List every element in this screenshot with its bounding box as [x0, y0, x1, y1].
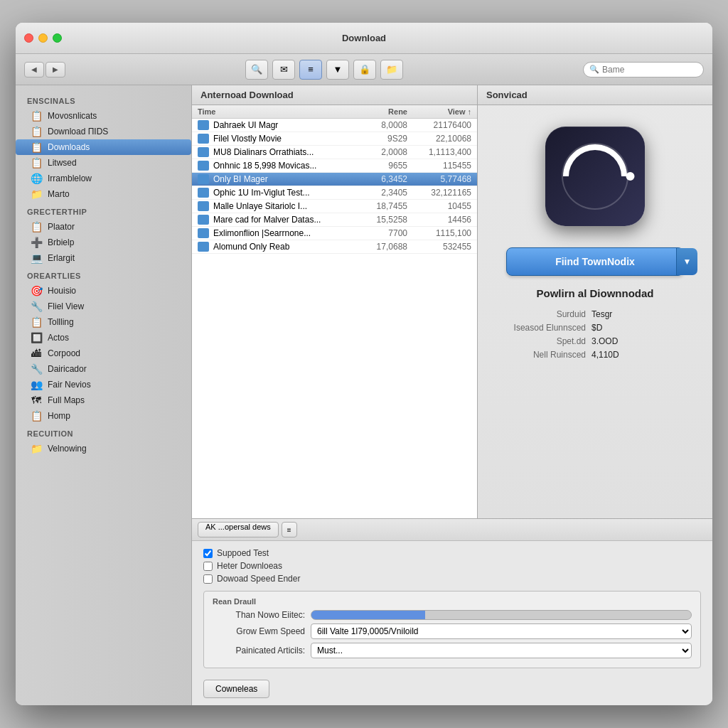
- sidebar-section-2: Grecterthip: [16, 202, 191, 219]
- action-button-label: Fiind TownNodix: [555, 256, 635, 267]
- toolbar: ◀ ▶ 🔍 ✉ ≡ ▼ 🔒 📁 🔍: [16, 54, 712, 85]
- sidebar-item-litwsed[interactable]: 📋 Litwsed: [16, 155, 191, 171]
- back-button[interactable]: ◀: [24, 62, 44, 77]
- sidebar-item-downloads[interactable]: 📋 Downloads: [16, 139, 191, 155]
- sidebar-icon-movosnlicats: 📋: [30, 110, 43, 122]
- checkbox-row: Heter Downloeas: [203, 560, 701, 572]
- file-view: 22,10068: [407, 134, 471, 144]
- bottom-tabs: AK ...opersal dews ≡: [192, 519, 712, 541]
- sidebar-item-dairicador[interactable]: 🔧 Dairicador: [16, 361, 191, 377]
- action-button-arrow[interactable]: ▼: [676, 248, 697, 275]
- articils-select[interactable]: Must...: [311, 643, 692, 658]
- forward-button[interactable]: ▶: [46, 62, 65, 77]
- sidebar-label-velnowing: Velnowing: [48, 444, 87, 454]
- sidebar-item-brbielp[interactable]: ➕ Brbielp: [16, 235, 191, 250]
- file-view: 14456: [407, 215, 471, 225]
- table-row[interactable]: Dahraek UI Magr 8,0008 21176400: [192, 119, 477, 132]
- action-button[interactable]: Fiind TownNodix ▼: [506, 247, 684, 276]
- file-view: 115455: [407, 161, 471, 171]
- sidebar-label-movosnlicats: Movosnlicats: [48, 111, 97, 121]
- sidebar-item-movosnlicats[interactable]: 📋 Movosnlicats: [16, 108, 191, 124]
- toolbar-lock-icon[interactable]: 🔒: [353, 60, 376, 80]
- table-row[interactable]: MU8 Dialinars Orrathiats... 2,0008 1,111…: [192, 146, 477, 159]
- sidebar-item-fliel-view[interactable]: 🔧 Fliel View: [16, 299, 191, 314]
- toolbar-search-icon[interactable]: 🔍: [245, 60, 268, 80]
- sidebar-icon-litwsed: 📋: [30, 157, 43, 168]
- file-list-columns: Time Rene View ↑: [192, 105, 477, 119]
- file-name: Mare cad for Malver Datas...: [213, 215, 350, 225]
- sidebar-item-fair-nevios[interactable]: 👥 Fair Nevios: [16, 377, 191, 392]
- sidebar-label-homp: Homp: [48, 411, 70, 421]
- table-row[interactable]: Exlimonflion |Searrnone... 7700 1115,100: [192, 227, 477, 240]
- toolbar-dropdown-icon[interactable]: ▼: [326, 60, 349, 80]
- sidebar-item-corpood[interactable]: 🏙 Corpood: [16, 346, 191, 361]
- titlebar: Download: [16, 23, 712, 54]
- form-row-articils: Painicated Articils: Must...: [213, 643, 692, 658]
- search-box[interactable]: 🔍: [583, 62, 704, 77]
- table-row[interactable]: Mare cad for Malver Datas... 15,5258 144…: [192, 213, 477, 227]
- file-view: 532455: [407, 242, 471, 252]
- file-icon: [198, 188, 209, 198]
- sidebar-item-houisio[interactable]: 🎯 Houisio: [16, 283, 191, 299]
- sidebar-item-plaator[interactable]: 📋 Plaator: [16, 219, 191, 235]
- info-row: Spet.dd3.OOD: [492, 336, 698, 346]
- sidebar-label-dairicador: Dairicador: [48, 364, 87, 374]
- main-content: Enscinals 📋 Movosnlicats 📋 Download ΠIDS…: [16, 85, 712, 705]
- sidebar-item-velnowing[interactable]: 📁 Velnowing: [16, 441, 191, 456]
- sidebar-icon-download-niids: 📋: [30, 126, 43, 137]
- sidebar-item-homp[interactable]: 📋 Homp: [16, 408, 191, 424]
- search-input[interactable]: [602, 65, 697, 75]
- sidebar-item-download-niids[interactable]: 📋 Download ΠIDS: [16, 124, 191, 139]
- close-button[interactable]: [24, 33, 33, 43]
- minimize-button[interactable]: [38, 33, 48, 43]
- file-list-header: Anternoad Download: [192, 85, 477, 105]
- info-title: Powlirn al Diownnodad: [492, 287, 698, 299]
- file-rene: 6,3452: [350, 174, 407, 184]
- info-label-1: Iseasod Elunnsced: [492, 323, 592, 333]
- download-button[interactable]: Cowneleas: [203, 680, 269, 698]
- toolbar-folder-icon[interactable]: 📁: [380, 60, 403, 80]
- checkbox-0[interactable]: [203, 549, 213, 558]
- sidebar-label-irramblelow: Irramblelow: [48, 173, 92, 183]
- file-view: 32,121165: [407, 188, 471, 198]
- col-rene-header[interactable]: Rene: [350, 107, 407, 116]
- table-row[interactable]: Ophic 1U Im-Viglut Test... 2,3405 32,121…: [192, 186, 477, 200]
- checkbox-label-1: Heter Downloeas: [217, 561, 282, 571]
- sidebar-item-tollling[interactable]: 📋 Tollling: [16, 314, 191, 330]
- sidebar-item-irramblelow[interactable]: 🌐 Irramblelow: [16, 171, 191, 186]
- tab-menu-button[interactable]: ≡: [282, 522, 297, 537]
- sidebar-item-erlargit[interactable]: 💻 Erlargit: [16, 250, 191, 266]
- refresh-icon: [550, 131, 640, 221]
- col-view-header[interactable]: View ↑: [407, 107, 471, 116]
- sidebar-section-1: Enscinals: [16, 91, 191, 108]
- file-icon: [198, 120, 209, 130]
- sidebar-item-full-maps[interactable]: 🗺 Full Maps: [16, 392, 191, 408]
- sidebar-icon-brbielp: ➕: [30, 237, 43, 248]
- options-panel: Suppoed TestHeter DownloeasDowoad Speed …: [192, 541, 712, 674]
- sidebar-item-actos[interactable]: 🔲 Actos: [16, 330, 191, 346]
- tab-button[interactable]: AK ...opersal dews: [198, 522, 279, 537]
- sidebar-icon-plaator: 📋: [30, 221, 43, 232]
- toolbar-list-icon[interactable]: ≡: [299, 60, 322, 80]
- table-row[interactable]: Malle Unlaye Sitariolc I... 18,7455 1045…: [192, 200, 477, 213]
- sidebar-section-3: Oreartlies: [16, 266, 191, 283]
- table-row[interactable]: Only BI Mager 6,3452 5,77468: [192, 173, 477, 186]
- sidebar-icon-erlargit: 💻: [30, 252, 43, 264]
- speed-slider[interactable]: [311, 610, 692, 620]
- table-row[interactable]: Filel Vlostly Movie 9S29 22,10068: [192, 132, 477, 146]
- checkbox-1[interactable]: [203, 562, 213, 571]
- sidebar-item-marto[interactable]: 📁 Marto: [16, 186, 191, 202]
- info-section: Powlirn al Diownnodad SurduidTesgrIseaso…: [478, 276, 712, 375]
- file-name: Onhnic 18 5,998 Movicas...: [213, 161, 350, 171]
- sidebar-label-downloads: Downloads: [48, 142, 90, 152]
- col-name-header[interactable]: Time: [198, 107, 350, 116]
- sidebar-label-fliel-view: Fliel View: [48, 301, 84, 311]
- toolbar-mail-icon[interactable]: ✉: [272, 60, 295, 80]
- speed-select[interactable]: 6ill Valte 1l79,0005/Vniloild: [311, 623, 692, 639]
- table-row[interactable]: Alomund Only Reab 17,0688 532455: [192, 240, 477, 254]
- bottom-section: AK ...opersal dews ≡ Suppoed TestHeter D…: [192, 518, 712, 705]
- table-row[interactable]: Onhnic 18 5,998 Movicas... 9655 115455: [192, 159, 477, 173]
- checkbox-2[interactable]: [203, 574, 213, 584]
- maximize-button[interactable]: [53, 33, 62, 43]
- sidebar-icon-irramblelow: 🌐: [30, 173, 43, 184]
